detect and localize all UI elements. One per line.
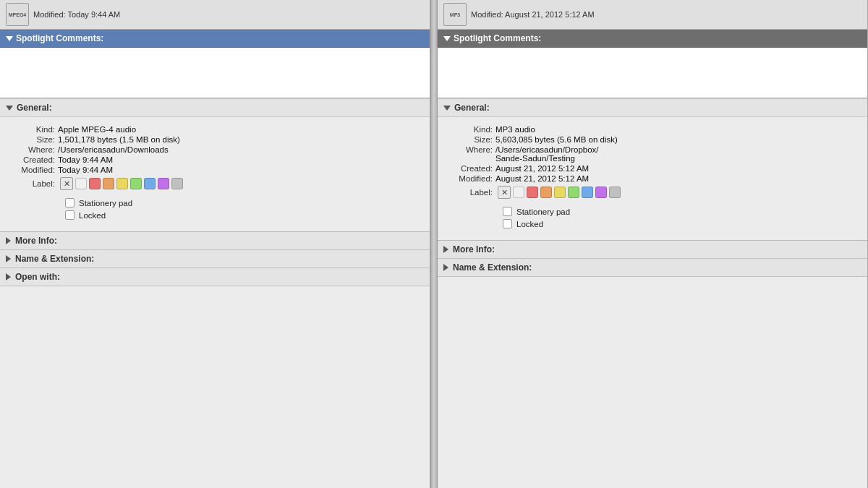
right-locked-label: Locked — [516, 220, 543, 228]
left-color-gray[interactable] — [171, 178, 183, 189]
right-more-info-label: More Info: — [453, 244, 495, 254]
left-locked-label: Locked — [79, 211, 106, 220]
left-stationery-label: Stationery pad — [79, 199, 132, 207]
left-modified-label: Modified: — [7, 166, 58, 174]
left-where-label: Where: — [7, 145, 58, 154]
left-size-row: Size: 1,501,178 bytes (1.5 MB on disk) — [0, 134, 430, 145]
right-name-ext-label: Name & Extension: — [453, 262, 532, 273]
right-color-purple[interactable] — [595, 187, 607, 198]
right-spotlight-header[interactable]: Spotlight Comments: — [438, 30, 867, 48]
right-created-value: August 21, 2012 5:12 AM — [495, 164, 860, 173]
right-spotlight-content[interactable] — [438, 48, 867, 98]
right-color-none[interactable] — [513, 187, 524, 198]
right-general-header[interactable]: General: — [438, 98, 867, 117]
right-color-blue[interactable] — [582, 187, 593, 198]
right-stationery-row: Stationery pad — [438, 205, 867, 218]
left-general-section: Kind: Apple MPEG-4 audio Size: 1,501,178… — [0, 117, 430, 232]
right-name-ext[interactable]: Name & Extension: — [438, 259, 867, 277]
left-color-orange[interactable] — [103, 178, 114, 189]
left-spotlight-content[interactable] — [0, 48, 430, 98]
left-created-value: Today 9:44 AM — [58, 155, 422, 164]
left-modified-date: Modified: Today 9:44 AM — [33, 10, 120, 19]
left-open-with-label: Open with: — [15, 272, 60, 282]
left-name-ext[interactable]: Name & Extension: — [0, 250, 430, 268]
left-label-row: Label: ✕ — [0, 175, 430, 192]
right-locked-row: Locked — [438, 218, 867, 230]
left-kind-row: Kind: Apple MPEG-4 audio — [0, 124, 430, 134]
right-general-triangle — [443, 106, 451, 111]
right-modified-label: Modified: — [445, 174, 495, 183]
left-locked-checkbox[interactable] — [65, 210, 75, 220]
left-size-label: Size: — [7, 135, 58, 144]
left-stationery-row: Stationery pad — [0, 197, 430, 209]
right-where-row: Where: /Users/ericasadun/Dropbox/ Sande-… — [438, 145, 867, 163]
right-where-label: Where: — [445, 145, 495, 154]
right-color-red[interactable] — [527, 187, 538, 198]
left-label-text: Label: — [7, 179, 58, 188]
left-color-red[interactable] — [89, 178, 101, 189]
right-stationery-label: Stationery pad — [516, 207, 570, 216]
panel-divider — [430, 0, 438, 488]
left-spotlight-header[interactable]: Spotlight Comments: — [0, 30, 430, 48]
right-spotlight-label: Spotlight Comments: — [454, 33, 541, 43]
right-more-info[interactable]: More Info: — [438, 241, 867, 259]
left-color-blue[interactable] — [144, 178, 156, 189]
right-color-gray[interactable] — [609, 187, 621, 198]
left-more-info-label: More Info: — [15, 236, 57, 246]
left-file-header: MPEG4 Modified: Today 9:44 AM — [0, 0, 430, 30]
right-label-text: Label: — [445, 188, 495, 197]
left-created-label: Created: — [7, 155, 58, 164]
left-kind-label: Kind: — [7, 125, 58, 134]
left-created-row: Created: Today 9:44 AM — [0, 155, 430, 165]
right-label-x[interactable]: ✕ — [498, 186, 511, 199]
left-checkboxes: Stationery pad Locked — [0, 192, 430, 224]
left-more-info-triangle — [6, 237, 11, 244]
left-spotlight-label: Spotlight Comments: — [16, 33, 103, 43]
left-file-icon: MPEG4 — [6, 3, 29, 26]
right-kind-row: Kind: MP3 audio — [438, 124, 867, 134]
right-size-value: 5,603,085 bytes (5.6 MB on disk) — [495, 135, 860, 144]
right-file-header: MP3 Modified: August 21, 2012 5:12 AM — [438, 0, 867, 30]
right-size-label: Size: — [445, 135, 495, 144]
left-open-with[interactable]: Open with: — [0, 268, 430, 286]
right-general-section: Kind: MP3 audio Size: 5,603,085 bytes (5… — [438, 117, 867, 241]
left-general-header[interactable]: General: — [0, 98, 430, 117]
right-name-ext-triangle — [443, 264, 448, 271]
right-more-info-triangle — [443, 246, 448, 253]
right-label-row: Label: ✕ — [438, 184, 867, 201]
left-color-green[interactable] — [130, 178, 142, 189]
left-size-value: 1,501,178 bytes (1.5 MB on disk) — [58, 135, 422, 144]
right-modified-date: Modified: August 21, 2012 5:12 AM — [471, 10, 595, 19]
left-name-ext-label: Name & Extension: — [15, 254, 94, 264]
right-color-orange[interactable] — [540, 187, 552, 198]
right-file-icon: MP3 — [443, 3, 467, 26]
left-more-info[interactable]: More Info: — [0, 232, 430, 250]
right-spotlight-triangle — [443, 36, 451, 41]
right-created-label: Created: — [445, 164, 495, 173]
left-open-with-triangle — [6, 273, 11, 281]
left-kind-value: Apple MPEG-4 audio — [58, 125, 422, 134]
left-color-none[interactable] — [75, 178, 87, 189]
right-stationery-checkbox[interactable] — [503, 207, 512, 216]
right-color-green[interactable] — [568, 187, 579, 198]
left-label-x[interactable]: ✕ — [60, 177, 73, 190]
left-panel: MPEG4 Modified: Today 9:44 AM Spotlight … — [0, 0, 430, 488]
right-kind-label: Kind: — [445, 125, 495, 134]
left-locked-row: Locked — [0, 209, 430, 221]
right-modified-value: August 21, 2012 5:12 AM — [495, 174, 860, 183]
left-general-label: General: — [17, 103, 52, 113]
right-panel: MP3 Modified: August 21, 2012 5:12 AM Sp… — [438, 0, 868, 488]
right-where-value2: Sande-Sadun/Testing — [495, 154, 860, 163]
left-modified-value: Today 9:44 AM — [58, 166, 422, 174]
right-locked-checkbox[interactable] — [503, 219, 512, 228]
left-name-ext-triangle — [6, 255, 11, 262]
left-color-purple[interactable] — [158, 178, 169, 189]
right-size-row: Size: 5,603,085 bytes (5.6 MB on disk) — [438, 134, 867, 145]
right-checkboxes: Stationery pad Locked — [438, 201, 867, 233]
right-color-yellow[interactable] — [554, 187, 566, 198]
left-color-yellow[interactable] — [116, 178, 128, 189]
left-where-value: /Users/ericasadun/Downloads — [58, 145, 422, 154]
right-modified-row: Modified: August 21, 2012 5:12 AM — [438, 174, 867, 184]
left-stationery-checkbox[interactable] — [65, 198, 75, 207]
right-kind-value: MP3 audio — [495, 125, 860, 134]
